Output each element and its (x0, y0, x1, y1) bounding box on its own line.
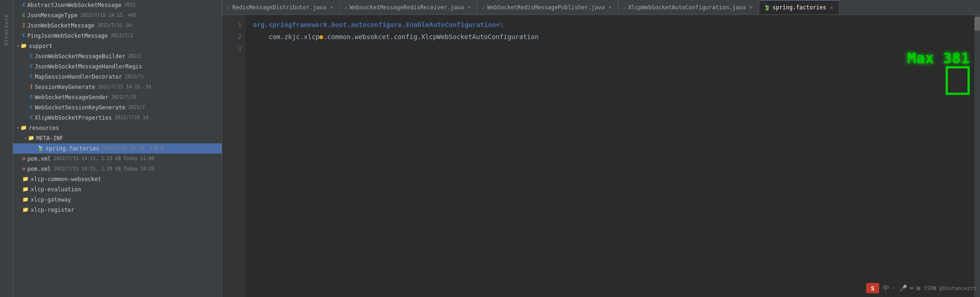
tree-item-SessionKeyGenerate[interactable]: ISessionKeyGenerate2022/7/15 14:15, 38 (13, 82, 222, 92)
folder-icon: 📁 (20, 124, 27, 132)
tree-item-xlcp-evaluation[interactable]: 📁xlcp-evaluation (13, 184, 222, 195)
tree-item-pom.xml-1[interactable]: mpom.xml2022/7/15 14:15, 1.23 kB Today 1… (13, 154, 222, 164)
class-icon: C (30, 114, 33, 122)
toolbar-icons: 中 · 🎤 ⌨ ⊞ (883, 284, 920, 292)
java-tab-icon: ☕ (344, 4, 348, 10)
tree-item-support[interactable]: ▾📁support (13, 41, 222, 51)
tree-item-spring.factories[interactable]: 🍃spring.factories2022/7/15 14:15, 138 B (13, 143, 222, 154)
interface-icon: I (30, 83, 33, 91)
tree-arrow: ▾ (24, 134, 27, 142)
tree-item-JsonWebSocketMessage[interactable]: IJsonWebSocketMessage2022/7/15 14: (13, 20, 222, 31)
class-icon: C (22, 1, 26, 9)
tree-item-name: WebSocketSessionKeyGenerate (35, 103, 126, 112)
tab-label: WebSocketRedisMessagePublisher.java (487, 4, 605, 11)
line-number: 3 (238, 43, 242, 55)
class-icon: C (30, 73, 33, 81)
code-line-1: org.springframework.boot.autoconfigure.E… (253, 19, 974, 31)
tree-item-name: pom.xml (27, 155, 51, 163)
chinese-icon: 中 (883, 284, 889, 292)
xml-icon: m (22, 155, 26, 163)
max-icon (907, 66, 970, 95)
tree-item-name: JsonMessageType (27, 11, 78, 20)
tree-item-JsonMessageType[interactable]: EJsonMessageType2022/7/15 14:15, 445 (13, 10, 222, 20)
tree-item-name: pom.xml (27, 165, 51, 173)
tree-item-meta: 2022/7/15 14:15, 38 (98, 83, 151, 91)
tree-item-name: WebSocketMessageSender (35, 93, 109, 101)
tree-item-name: xlcp-common-websocket (31, 175, 101, 183)
tree-item-PingJsonWebSocketMessage[interactable]: CPingJsonWebSocketMessage2022/7/1 (13, 31, 222, 41)
structure-panel: Structure (0, 0, 13, 297)
tree-item-meta: 2022/7/15 14: (97, 21, 133, 30)
tab-close[interactable]: ✕ (748, 4, 754, 11)
tab-bar: ☕RedisMessageDistributor.java✕☕Websocket… (222, 0, 980, 15)
tree-item-meta: 2022/ (128, 52, 142, 61)
scrollbar-thumb[interactable] (974, 17, 980, 31)
tab-label: WebsocketMessageRedisReceiver.java (350, 4, 464, 11)
interface-icon: I (22, 21, 26, 30)
folder-icon: 📁 (22, 206, 29, 214)
csdn-watermark: CSDN @Instanceztt (924, 285, 976, 291)
tree-arrow: ▾ (17, 124, 20, 132)
tree-item-meta: 2022/7/15 (112, 93, 137, 101)
mic-icon: 🎤 (899, 284, 907, 292)
tab-close[interactable]: ✕ (466, 4, 472, 11)
tree-item-name: PingJsonWebSocketMessage (27, 32, 108, 40)
tree-item-WebSocketSessionKeyGenerate[interactable]: CWebSocketSessionKeyGenerate2022/7 (13, 102, 222, 113)
folder-icon: 📁 (22, 175, 29, 183)
tree-item-meta: 2022/7/15 14:15, 1.29 kB Today 14:20 (53, 165, 154, 173)
tree-item-pom.xml-2[interactable]: mpom.xml2022/7/15 14:15, 1.29 kB Today 1… (13, 164, 222, 174)
tree-item-name: xlcp-gateway (31, 196, 71, 204)
tree-item-name: xlcp-evaluation (31, 185, 81, 194)
watermark: S 中 · 🎤 ⌨ ⊞ CSDN @Instanceztt (866, 283, 976, 293)
code-area[interactable]: org.springframework.boot.autoconfigure.E… (245, 15, 974, 297)
java-tab-icon: ☕ (623, 4, 626, 10)
keyboard-icon: ⌨ (910, 284, 914, 292)
folder-icon: 📁 (22, 185, 29, 194)
scrollbar-track[interactable] (974, 15, 980, 297)
structure-label: Structure (3, 14, 9, 46)
tree-item-xlcp-gateway[interactable]: 📁xlcp-gateway (13, 195, 222, 205)
tree-item-meta: 2022/7/1 (111, 32, 133, 40)
tab-xlcp-autoconfig[interactable]: ☕XlcpWebSocketAutoConfiguration.java✕ (618, 0, 759, 14)
class-icon: C (30, 52, 33, 61)
tree-item-name: SessionKeyGenerate (35, 83, 95, 91)
tree-item-xlcp-common-websocket[interactable]: 📁xlcp-common-websocket (13, 174, 222, 184)
tree-item-JsonWebSocketMessageBuilder[interactable]: CJsonWebSocketMessageBuilder2022/ (13, 51, 222, 61)
tab-close[interactable]: ✕ (607, 4, 613, 11)
tree-arrow: ▾ (17, 42, 20, 50)
tree-item-meta: 2022/7 (128, 103, 145, 112)
sogou-logo: S (866, 283, 879, 293)
dot-icon: · (892, 284, 896, 292)
tree-item-meta: 2022/7/15 14:15, 445 (80, 11, 136, 20)
tab-spring-factories[interactable]: 🍃spring.factories✕ (759, 0, 840, 14)
class-icon: C (30, 93, 33, 101)
tree-item-xlcp-register[interactable]: 📁xlcp-register (13, 205, 222, 215)
tree-item-name: resources (29, 124, 59, 132)
tab-websocket-redis-publisher[interactable]: ☕WebSocketRedisMessagePublisher.java✕ (477, 0, 618, 14)
tree-item-meta: 2022/7/15 14:15, 1.23 kB Today 11:00 (53, 155, 154, 163)
tree-item-name: JsonWebSocketMessageHandlerRegis (35, 62, 142, 71)
xml-icon: m (22, 165, 26, 173)
max-counter: Max 381 (907, 52, 970, 95)
tree-item-meta: 2022/7/15 14:15, 138 B (102, 144, 164, 153)
tree-item-resources[interactable]: ▾📁resources (13, 123, 222, 133)
tree-item-META-INF[interactable]: ▾📁META-INF (13, 133, 222, 143)
tree-item-XlcpWebSocketProperties[interactable]: CXlcpWebSocketProperties2022/7/15 14 (13, 113, 222, 123)
max-icon-inner (946, 66, 970, 95)
tree-item-name: support (29, 42, 53, 50)
tree-item-MapSessionHandlerDecorator[interactable]: CMapSessionHandlerDecorator2022/7/ (13, 72, 222, 82)
java-tab-icon: ☕ (482, 4, 485, 10)
tab-redis-distributor[interactable]: ☕RedisMessageDistributor.java✕ (222, 0, 340, 14)
editor-area: ☕RedisMessageDistributor.java✕☕Websocket… (222, 0, 980, 297)
enum-icon: E (22, 11, 26, 20)
java-tab-icon: ☕ (227, 4, 230, 10)
tree-item-WebSocketMessageSender[interactable]: CWebSocketMessageSender2022/7/15 (13, 92, 222, 102)
tree-item-meta: 2022 (124, 1, 135, 9)
tree-item-JsonWebSocketMessageHandlerRegis[interactable]: CJsonWebSocketMessageHandlerRegis (13, 61, 222, 72)
tab-close[interactable]: ✕ (329, 4, 335, 11)
tree-item-AbstractJsonWebSocketMessage[interactable]: CAbstractJsonWebSocketMessage2022 (13, 0, 222, 10)
tree-item-name: spring.factories (46, 144, 99, 153)
tab-websocket-redis-receiver[interactable]: ☕WebsocketMessageRedisReceiver.java✕ (340, 0, 477, 14)
tree-item-name: xlcp-register (31, 206, 74, 214)
tab-close[interactable]: ✕ (828, 4, 834, 11)
